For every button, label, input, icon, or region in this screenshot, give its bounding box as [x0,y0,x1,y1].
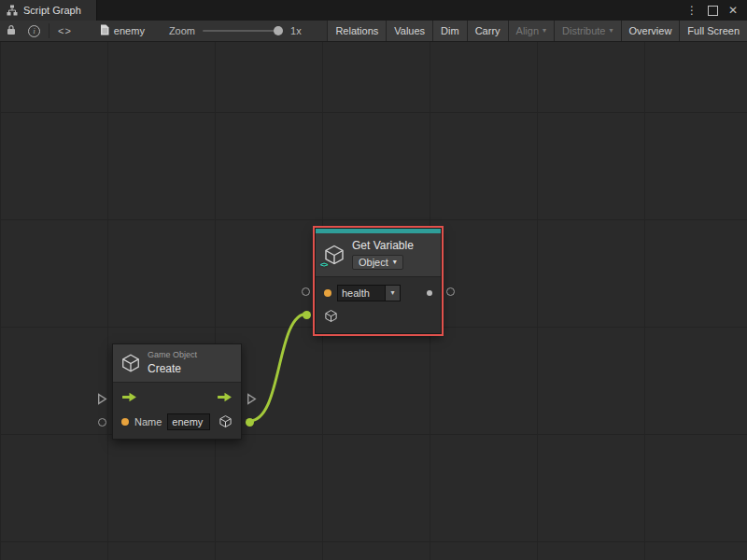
variable-name-row: ▾ [316,281,441,304]
game-object-output-icon [218,414,233,428]
distribute-button[interactable]: Distribute ▾ [554,21,620,41]
zoom-control: Zoom 1x [169,21,302,41]
value-output-port[interactable] [446,287,455,296]
node-category: Game Object [148,350,197,359]
object-input-port[interactable] [303,311,311,319]
info-icon: i [28,25,40,37]
object-output-port[interactable] [246,418,254,427]
node-body: ▾ [316,277,441,333]
graph-canvas[interactable]: <> Get Variable Object ▾ ▾ [0,41,747,560]
zoom-slider-handle[interactable] [274,26,283,35]
align-button[interactable]: Align ▾ [508,21,554,41]
zoom-label: Zoom [169,25,195,36]
name-input-port[interactable] [302,287,310,296]
name-input-port[interactable] [98,418,106,427]
game-object-icon [324,309,338,323]
maximize-icon[interactable] [706,4,719,17]
graph-asset-reference[interactable]: enemy [100,21,145,41]
carry-button[interactable]: Carry [467,21,508,41]
caret-down-icon: ▾ [390,289,394,297]
window-titlebar: Script Graph ⋮ ✕ [0,0,747,21]
node-title: Create [148,362,197,375]
connection-edge[interactable] [249,314,307,421]
node-title: Get Variable [352,239,414,252]
node-create-game-object[interactable]: Game Object Create Name [112,343,242,440]
zoom-slider[interactable] [203,25,283,36]
pane-menu-icon[interactable]: ⋮ [685,4,698,17]
variable-cube-icon: <> [323,244,345,266]
flow-output-port[interactable] [247,393,257,407]
tab-title: Script Graph [23,5,81,16]
window-controls: ⋮ ✕ [685,0,747,21]
zoom-slider-track [203,30,283,32]
name-param-row: Name [113,410,241,433]
values-button[interactable]: Values [386,21,432,41]
info-button[interactable]: i [22,21,46,41]
name-value-dot [121,418,129,426]
script-graph-icon [7,5,18,16]
dim-button[interactable]: Dim [432,21,467,41]
variable-scope-dropdown[interactable]: Object ▾ [352,255,403,270]
tab-script-graph[interactable]: Script Graph [0,0,97,21]
node-header: Game Object Create [113,344,241,383]
node-body: Name [113,383,241,439]
relations-button[interactable]: Relations [327,21,386,41]
flow-row [113,386,241,410]
variable-name-input[interactable] [337,285,386,301]
flow-out-arrow-icon [217,391,233,405]
script-asset-icon [100,24,109,37]
node-get-variable[interactable]: <> Get Variable Object ▾ ▾ [315,228,442,334]
zoom-value: 1x [290,25,302,36]
code-icon: <> [58,25,72,36]
caret-down-icon: ▾ [543,27,546,35]
edit-graph-button[interactable]: <> [52,21,78,41]
overview-button[interactable]: Overview [621,21,680,41]
caret-down-icon: ▾ [393,259,397,266]
code-badge-icon: <> [320,260,327,269]
flow-input-port[interactable] [97,393,107,407]
lock-icon [6,24,17,37]
name-param-input[interactable] [167,413,210,430]
flow-in-arrow-icon [121,391,137,405]
caret-down-icon: ▾ [610,27,613,35]
toolbar-separator [49,23,49,38]
lock-button[interactable] [0,21,22,41]
object-input-row [316,304,441,328]
value-output-dot [427,290,432,296]
name-value-dot [324,289,331,297]
game-object-cube-icon [120,353,141,373]
toolbar-buttons: Relations Values Dim Carry Align ▾ Distr… [327,21,747,41]
param-label: Name [134,416,162,427]
node-header: <> Get Variable Object ▾ [316,233,441,277]
close-icon[interactable]: ✕ [726,4,740,17]
graph-asset-name: enemy [114,25,145,36]
graph-toolbar: i <> enemy Zoom 1x Relations Values Dim … [0,21,747,42]
full-screen-button[interactable]: Full Screen [679,21,747,41]
variable-name-dropdown[interactable]: ▾ [386,285,401,301]
variable-name-combo: ▾ [337,285,401,301]
